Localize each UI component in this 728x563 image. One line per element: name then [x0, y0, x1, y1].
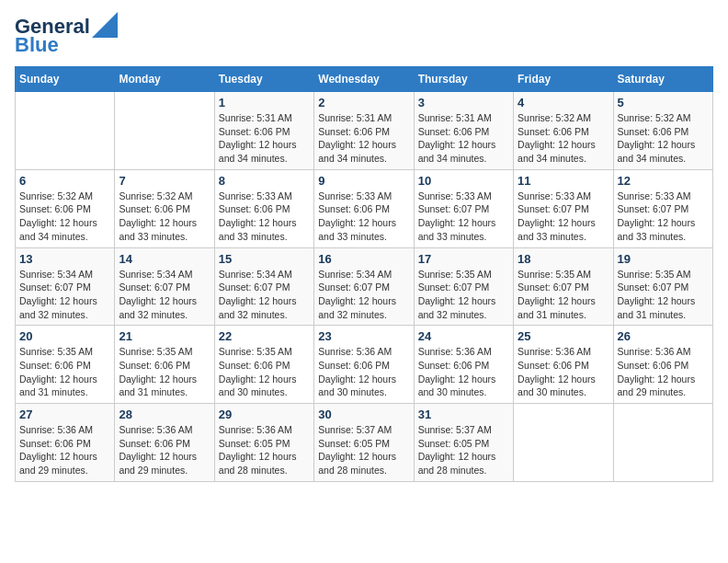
- day-info: Sunrise: 5:33 AM Sunset: 6:07 PM Dayligh…: [518, 190, 609, 244]
- calendar-cell: 21Sunrise: 5:35 AM Sunset: 6:06 PM Dayli…: [115, 326, 214, 404]
- day-info: Sunrise: 5:35 AM Sunset: 6:07 PM Dayligh…: [418, 268, 509, 322]
- day-number: 17: [418, 252, 509, 266]
- day-info: Sunrise: 5:36 AM Sunset: 6:05 PM Dayligh…: [219, 423, 310, 477]
- day-info: Sunrise: 5:31 AM Sunset: 6:06 PM Dayligh…: [219, 111, 310, 166]
- weekday-header: Saturday: [613, 67, 712, 92]
- day-info: Sunrise: 5:32 AM Sunset: 6:06 PM Dayligh…: [19, 190, 110, 244]
- day-info: Sunrise: 5:35 AM Sunset: 6:07 PM Dayligh…: [518, 268, 609, 322]
- day-info: Sunrise: 5:33 AM Sunset: 6:06 PM Dayligh…: [318, 190, 409, 244]
- calendar-cell: 28Sunrise: 5:36 AM Sunset: 6:06 PM Dayli…: [115, 404, 214, 482]
- day-info: Sunrise: 5:35 AM Sunset: 6:06 PM Dayligh…: [19, 345, 110, 399]
- calendar-cell: 11Sunrise: 5:33 AM Sunset: 6:07 PM Dayli…: [514, 169, 613, 247]
- day-info: Sunrise: 5:37 AM Sunset: 6:05 PM Dayligh…: [318, 423, 409, 477]
- day-info: Sunrise: 5:35 AM Sunset: 6:06 PM Dayligh…: [119, 345, 210, 399]
- calendar-cell: 5Sunrise: 5:32 AM Sunset: 6:06 PM Daylig…: [613, 92, 712, 170]
- day-number: 24: [418, 329, 509, 343]
- day-number: 9: [318, 174, 409, 188]
- day-number: 3: [418, 96, 509, 109]
- calendar-cell: 30Sunrise: 5:37 AM Sunset: 6:05 PM Dayli…: [314, 404, 414, 482]
- day-info: Sunrise: 5:36 AM Sunset: 6:06 PM Dayligh…: [318, 345, 409, 399]
- calendar-cell: 29Sunrise: 5:36 AM Sunset: 6:05 PM Dayli…: [214, 404, 313, 482]
- day-number: 26: [618, 329, 709, 343]
- day-number: 22: [219, 329, 310, 343]
- page-header: General Blue: [15, 15, 713, 57]
- calendar-cell: [613, 404, 712, 482]
- day-number: 30: [318, 408, 409, 421]
- calendar-cell: 9Sunrise: 5:33 AM Sunset: 6:06 PM Daylig…: [314, 169, 414, 247]
- day-number: 15: [219, 252, 310, 266]
- day-number: 18: [518, 252, 609, 266]
- weekday-header: Sunday: [16, 67, 115, 92]
- day-number: 6: [19, 174, 110, 188]
- day-number: 31: [418, 408, 509, 421]
- calendar-cell: 1Sunrise: 5:31 AM Sunset: 6:06 PM Daylig…: [214, 92, 313, 170]
- calendar-cell: 4Sunrise: 5:32 AM Sunset: 6:06 PM Daylig…: [514, 92, 613, 170]
- calendar-cell: 16Sunrise: 5:34 AM Sunset: 6:07 PM Dayli…: [314, 247, 414, 326]
- calendar-cell: 24Sunrise: 5:36 AM Sunset: 6:06 PM Dayli…: [414, 326, 513, 404]
- weekday-header: Wednesday: [314, 67, 414, 92]
- logo-icon: [92, 12, 118, 38]
- day-number: 28: [119, 408, 210, 421]
- day-info: Sunrise: 5:33 AM Sunset: 6:06 PM Dayligh…: [219, 190, 310, 244]
- day-number: 27: [19, 408, 110, 421]
- calendar-cell: 15Sunrise: 5:34 AM Sunset: 6:07 PM Dayli…: [214, 247, 313, 326]
- day-info: Sunrise: 5:32 AM Sunset: 6:06 PM Dayligh…: [618, 111, 709, 166]
- day-number: 25: [518, 329, 609, 343]
- day-number: 14: [119, 252, 210, 266]
- day-number: 5: [618, 96, 709, 109]
- day-info: Sunrise: 5:31 AM Sunset: 6:06 PM Dayligh…: [418, 111, 509, 166]
- calendar-cell: [514, 404, 613, 482]
- day-info: Sunrise: 5:31 AM Sunset: 6:06 PM Dayligh…: [318, 111, 409, 166]
- calendar-cell: 25Sunrise: 5:36 AM Sunset: 6:06 PM Dayli…: [514, 326, 613, 404]
- day-number: 16: [318, 252, 409, 266]
- calendar-week-row: 1Sunrise: 5:31 AM Sunset: 6:06 PM Daylig…: [16, 92, 713, 170]
- day-number: 12: [618, 174, 709, 188]
- day-number: 21: [119, 329, 210, 343]
- calendar-cell: 22Sunrise: 5:35 AM Sunset: 6:06 PM Dayli…: [214, 326, 313, 404]
- calendar-cell: 3Sunrise: 5:31 AM Sunset: 6:06 PM Daylig…: [414, 92, 513, 170]
- weekday-header: Friday: [514, 67, 613, 92]
- day-info: Sunrise: 5:32 AM Sunset: 6:06 PM Dayligh…: [119, 190, 210, 244]
- calendar-cell: 17Sunrise: 5:35 AM Sunset: 6:07 PM Dayli…: [414, 247, 513, 326]
- day-number: 11: [518, 174, 609, 188]
- calendar-cell: 23Sunrise: 5:36 AM Sunset: 6:06 PM Dayli…: [314, 326, 414, 404]
- calendar-week-row: 27Sunrise: 5:36 AM Sunset: 6:06 PM Dayli…: [16, 404, 713, 482]
- day-number: 20: [19, 329, 110, 343]
- day-number: 2: [318, 96, 409, 109]
- day-number: 10: [418, 174, 509, 188]
- day-info: Sunrise: 5:32 AM Sunset: 6:06 PM Dayligh…: [518, 111, 609, 166]
- calendar-cell: 6Sunrise: 5:32 AM Sunset: 6:06 PM Daylig…: [16, 169, 115, 247]
- day-info: Sunrise: 5:36 AM Sunset: 6:06 PM Dayligh…: [19, 423, 110, 477]
- calendar-cell: 31Sunrise: 5:37 AM Sunset: 6:05 PM Dayli…: [414, 404, 513, 482]
- calendar-cell: [115, 92, 214, 170]
- day-info: Sunrise: 5:33 AM Sunset: 6:07 PM Dayligh…: [618, 190, 709, 244]
- weekday-header: Thursday: [414, 67, 513, 92]
- calendar-week-row: 20Sunrise: 5:35 AM Sunset: 6:06 PM Dayli…: [16, 326, 713, 404]
- day-info: Sunrise: 5:34 AM Sunset: 6:07 PM Dayligh…: [19, 268, 110, 322]
- calendar-cell: 8Sunrise: 5:33 AM Sunset: 6:06 PM Daylig…: [214, 169, 313, 247]
- calendar-cell: 10Sunrise: 5:33 AM Sunset: 6:07 PM Dayli…: [414, 169, 513, 247]
- weekday-header: Monday: [115, 67, 214, 92]
- weekday-header: Tuesday: [214, 67, 313, 92]
- day-info: Sunrise: 5:35 AM Sunset: 6:07 PM Dayligh…: [618, 268, 709, 322]
- day-info: Sunrise: 5:36 AM Sunset: 6:06 PM Dayligh…: [119, 423, 210, 477]
- calendar-cell: 26Sunrise: 5:36 AM Sunset: 6:06 PM Dayli…: [613, 326, 712, 404]
- calendar-table: SundayMondayTuesdayWednesdayThursdayFrid…: [15, 66, 713, 482]
- calendar-cell: 20Sunrise: 5:35 AM Sunset: 6:06 PM Dayli…: [16, 326, 115, 404]
- calendar-week-row: 13Sunrise: 5:34 AM Sunset: 6:07 PM Dayli…: [16, 247, 713, 326]
- weekday-header-row: SundayMondayTuesdayWednesdayThursdayFrid…: [16, 67, 713, 92]
- day-info: Sunrise: 5:34 AM Sunset: 6:07 PM Dayligh…: [318, 268, 409, 322]
- day-info: Sunrise: 5:36 AM Sunset: 6:06 PM Dayligh…: [518, 345, 609, 399]
- calendar-cell: 7Sunrise: 5:32 AM Sunset: 6:06 PM Daylig…: [115, 169, 214, 247]
- calendar-cell: 12Sunrise: 5:33 AM Sunset: 6:07 PM Dayli…: [613, 169, 712, 247]
- calendar-week-row: 6Sunrise: 5:32 AM Sunset: 6:06 PM Daylig…: [16, 169, 713, 247]
- calendar-cell: 13Sunrise: 5:34 AM Sunset: 6:07 PM Dayli…: [16, 247, 115, 326]
- logo-blue: Blue: [15, 33, 59, 57]
- calendar-cell: [16, 92, 115, 170]
- day-info: Sunrise: 5:34 AM Sunset: 6:07 PM Dayligh…: [119, 268, 210, 322]
- calendar-cell: 27Sunrise: 5:36 AM Sunset: 6:06 PM Dayli…: [16, 404, 115, 482]
- day-number: 1: [219, 96, 310, 109]
- day-number: 7: [119, 174, 210, 188]
- calendar-cell: 2Sunrise: 5:31 AM Sunset: 6:06 PM Daylig…: [314, 92, 414, 170]
- day-number: 13: [19, 252, 110, 266]
